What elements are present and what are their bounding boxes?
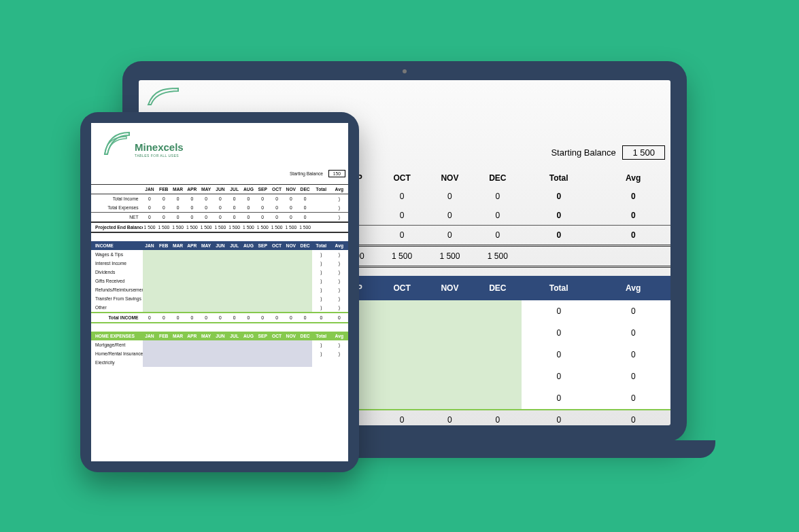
income-row[interactable]: Transfer From Savings)): [91, 294, 348, 303]
col-oct: OCT: [378, 169, 426, 187]
income-row[interactable]: Dividends)): [91, 268, 348, 277]
income-total-label: Total INCOME: [91, 313, 143, 323]
income-row[interactable]: Refunds/Reimbursements)): [91, 285, 348, 294]
starting-balance-value[interactable]: 150: [328, 170, 345, 177]
home-expense-row[interactable]: Home/Rental Insurance)): [91, 349, 348, 358]
income-row[interactable]: Interest Income)): [91, 259, 348, 268]
label-proj-end-balance: Projected End Balance: [91, 222, 143, 232]
starting-balance-label: Starting Balance: [290, 171, 323, 176]
label-total-income: Total Income: [91, 194, 143, 204]
row-total-income: Total Income 000000000000 ): [91, 194, 348, 204]
brand-tagline: TABLES FOR ALL USES: [135, 154, 184, 158]
starting-balance-row-tablet: Starting Balance 150: [91, 167, 348, 184]
logo: Minexcels TABLES FOR ALL USES: [91, 123, 348, 167]
month-header-row: JANFEBMARAPRMAYJUNJULAUGSEPOCTNOVDEC Tot…: [91, 185, 348, 194]
col-avg: Avg: [596, 169, 670, 187]
home-expenses-header-row: HOME EXPENSES JANFEBMARAPRMAYJUNJULAUGSE…: [91, 332, 348, 340]
tablet-frame: Minexcels TABLES FOR ALL USES Starting B…: [80, 112, 359, 472]
row-projected-end-balance: Projected End Balance 1 5001 5001 5001 5…: [91, 222, 348, 232]
home-expense-row[interactable]: Electricity: [91, 358, 348, 367]
col-dec: DEC: [474, 169, 522, 187]
logo-mark-icon: [102, 128, 131, 158]
brand-name: Minexcels: [135, 142, 184, 152]
income-header-row: INCOME JANFEBMARAPRMAYJUNJULAUGSEPOCTNOV…: [91, 241, 348, 250]
label-net: NET: [91, 213, 143, 223]
starting-balance-label: Starting Balance: [551, 147, 615, 158]
stage: Starting Balance 1 500 AY JUN JUL AUG S: [0, 0, 799, 532]
tablet-summary-table: JANFEBMARAPRMAYJUNJULAUGSEPOCTNOVDEC Tot…: [91, 184, 348, 233]
logo-mark-laptop: [147, 86, 180, 109]
home-expenses-header-label: HOME EXPENSES: [91, 332, 143, 340]
tablet-income-table: INCOME JANFEBMARAPRMAYJUNJULAUGSEPOCTNOV…: [91, 241, 348, 323]
home-expense-row[interactable]: Mortgage/Rent)): [91, 340, 348, 349]
income-row[interactable]: Gifts Received)): [91, 277, 348, 285]
row-net: NET 000000000000 ): [91, 213, 348, 223]
tablet-screen: Minexcels TABLES FOR ALL USES Starting B…: [91, 123, 348, 461]
label-total-expenses: Total Expenses: [91, 203, 143, 213]
row-total-expenses: Total Expenses 000000000000 ): [91, 203, 348, 213]
laptop-camera: [403, 69, 407, 73]
income-total-row: Total INCOME 000000000000 00: [91, 313, 348, 323]
income-row[interactable]: Other)): [91, 303, 348, 313]
income-row[interactable]: Wages & Tips)): [91, 250, 348, 259]
starting-balance-value[interactable]: 1 500: [622, 145, 665, 160]
col-nov: NOV: [426, 169, 473, 187]
income-header-label: INCOME: [91, 241, 143, 250]
col-total: Total: [522, 169, 596, 187]
tablet-home-expenses-table: HOME EXPENSES JANFEBMARAPRMAYJUNJULAUGSE…: [91, 332, 348, 367]
